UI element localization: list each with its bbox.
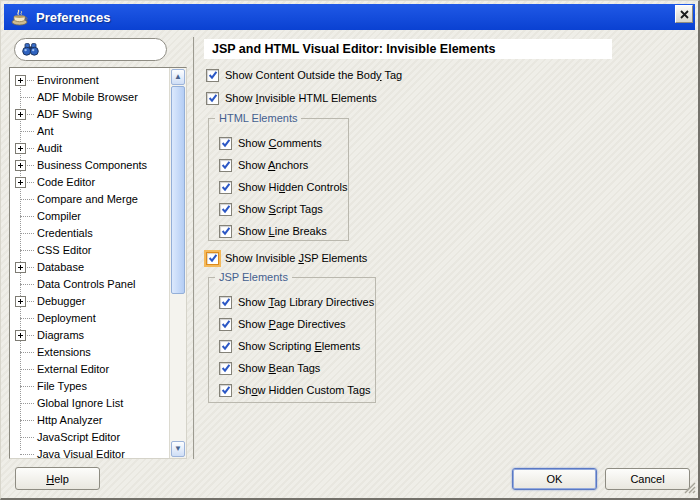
tree-item[interactable]: Business Components (10, 157, 169, 174)
panel-splitter[interactable] (193, 37, 195, 459)
checkbox-row[interactable]: Show Bean Tags (219, 360, 374, 376)
tree-item[interactable]: ADF Swing (10, 106, 169, 123)
tree-item-label: Compare and Merge (37, 193, 138, 205)
checkbox-row[interactable]: Show Anchors (219, 157, 347, 173)
tree-item-label: Deployment (37, 312, 96, 324)
checkbox[interactable] (219, 318, 232, 331)
tree-item[interactable]: Audit (10, 140, 169, 157)
checkbox-row[interactable]: Show Hidden Controls (219, 179, 347, 195)
checkbox[interactable] (219, 384, 232, 397)
tree-item[interactable]: Global Ignore List (10, 395, 169, 412)
jsp-elements-group: JSP Elements Show Tag Library Directives… (208, 277, 376, 403)
tree-item[interactable]: Credentials (10, 225, 169, 242)
tree-item-label: Global Ignore List (37, 397, 123, 409)
checkmark-icon (221, 385, 231, 395)
tree-item[interactable]: File Types (10, 378, 169, 395)
checkbox-label: Show Tag Library Directives (238, 296, 374, 308)
checkbox-row[interactable]: Show Comments (219, 135, 347, 151)
resize-grip-icon[interactable] (684, 482, 696, 496)
expand-plus-icon[interactable] (15, 177, 26, 188)
checkbox-row[interactable]: Show Line Breaks (219, 223, 347, 239)
expand-plus-icon[interactable] (15, 330, 26, 341)
checkbox-row[interactable]: Show Invisible HTML Elements (206, 90, 402, 106)
cancel-button[interactable]: Cancel (605, 468, 690, 490)
checkmark-icon (221, 204, 231, 214)
checkbox-row[interactable]: Show Invisible JSP Elements (206, 250, 367, 266)
scrollbar-up-button[interactable]: ▲ (171, 69, 185, 85)
tree-item-label: Diagrams (37, 329, 84, 341)
checkbox[interactable] (219, 203, 232, 216)
tree-item-label: CSS Editor (37, 244, 91, 256)
page-title-bar: JSP and HTML Visual Editor: Invisible El… (204, 39, 612, 59)
checkbox[interactable] (219, 362, 232, 375)
tree-item[interactable]: Deployment (10, 310, 169, 327)
checkbox-row[interactable]: Show Script Tags (219, 201, 347, 217)
checkbox[interactable] (219, 296, 232, 309)
expand-plus-icon[interactable] (15, 262, 26, 273)
tree-item[interactable]: Http Analyzer (10, 412, 169, 429)
checkmark-icon (221, 363, 231, 373)
help-button[interactable]: Help (15, 467, 100, 490)
binoculars-icon (22, 43, 39, 56)
checkbox[interactable] (206, 92, 219, 105)
tree-item[interactable]: ADF Mobile Browser (10, 89, 169, 106)
checkbox[interactable] (206, 252, 219, 265)
checkmark-icon (221, 182, 231, 192)
tree-item[interactable]: Database (10, 259, 169, 276)
tree-item[interactable]: Ant (10, 123, 169, 140)
checkbox-row[interactable]: Show Page Directives (219, 316, 374, 332)
checkbox[interactable] (219, 137, 232, 150)
category-tree-panel: Environment ADF Mobile Browser ADF Swing… (9, 67, 187, 459)
tree-item-label: Data Controls Panel (37, 278, 135, 290)
checkbox[interactable] (219, 340, 232, 353)
checkmark-icon (221, 138, 231, 148)
close-button[interactable] (675, 5, 693, 23)
expand-plus-icon[interactable] (15, 109, 26, 120)
tree-item-label: Business Components (37, 159, 147, 171)
tree-item[interactable]: Compiler (10, 208, 169, 225)
checkbox-row[interactable]: Show Scripting Elements (219, 338, 374, 354)
tree-item[interactable]: JavaScript Editor (10, 429, 169, 446)
checkmark-icon (208, 70, 218, 80)
checkbox[interactable] (219, 159, 232, 172)
checkbox[interactable] (219, 225, 232, 238)
tree-item[interactable]: CSS Editor (10, 242, 169, 259)
tree-item[interactable]: External Editor (10, 361, 169, 378)
tree-item[interactable]: Compare and Merge (10, 191, 169, 208)
expand-plus-icon[interactable] (15, 160, 26, 171)
search-input[interactable] (44, 44, 154, 56)
tree-item[interactable]: Data Controls Panel (10, 276, 169, 293)
tree-item[interactable]: Diagrams (10, 327, 169, 344)
checkbox[interactable] (206, 69, 219, 82)
expand-plus-icon[interactable] (15, 75, 26, 86)
checkbox[interactable] (219, 181, 232, 194)
expand-plus-icon[interactable] (15, 143, 26, 154)
html-elements-group: HTML Elements Show Comments Show Anchors… (208, 118, 349, 241)
tree-item-label: Http Analyzer (37, 414, 102, 426)
tree-item-label: Audit (37, 142, 62, 154)
expand-plus-icon[interactable] (15, 296, 26, 307)
checkbox-label: Show Hidden Custom Tags (238, 384, 371, 396)
checkbox-label: Show Invisible HTML Elements (225, 92, 377, 104)
tree-item[interactable]: Extensions (10, 344, 169, 361)
tree-item-label: JavaScript Editor (37, 431, 120, 443)
tree-item[interactable]: Debugger (10, 293, 169, 310)
window-title: Preferences (36, 10, 110, 25)
tree-item[interactable]: Environment (10, 72, 169, 89)
checkmark-icon (221, 297, 231, 307)
tree-scrollbar[interactable]: ▲ ▼ (169, 68, 186, 458)
tree-item-label: Debugger (37, 295, 85, 307)
ok-button[interactable]: OK (512, 468, 597, 490)
scrollbar-down-button[interactable]: ▼ (171, 441, 185, 457)
checkbox-row[interactable]: Show Content Outside the Body Tag (206, 67, 402, 83)
checkbox-label: Show Scripting Elements (238, 340, 360, 352)
checkbox-row[interactable]: Show Hidden Custom Tags (219, 382, 374, 398)
tree-item[interactable]: Java Visual Editor (10, 446, 169, 458)
checkbox-label: Show Content Outside the Body Tag (225, 69, 402, 81)
tree-list: Environment ADF Mobile Browser ADF Swing… (10, 68, 169, 458)
checkbox-label: Show Hidden Controls (238, 181, 347, 193)
checkmark-icon (221, 319, 231, 329)
checkbox-row[interactable]: Show Tag Library Directives (219, 294, 374, 310)
scrollbar-thumb[interactable] (171, 86, 185, 294)
tree-item[interactable]: Code Editor (10, 174, 169, 191)
